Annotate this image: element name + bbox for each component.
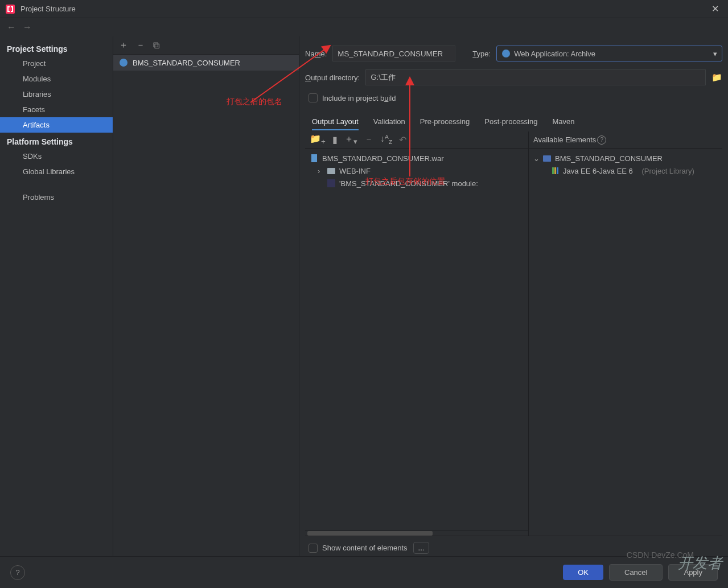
available-lib-row[interactable]: Java EE 6-Java EE 6 (Project Library) bbox=[531, 165, 720, 177]
available-module-row[interactable]: ⌄ BMS_STANDARD_CONSUMER bbox=[531, 152, 720, 165]
sidebar: Project Settings Project Modules Librari… bbox=[0, 36, 113, 556]
sidebar-item-global-libraries[interactable]: Global Libraries bbox=[0, 164, 113, 179]
svg-rect-0 bbox=[6, 5, 15, 14]
remove-icon[interactable]: － bbox=[136, 39, 145, 51]
output-toolbar: 📁+ ▮ ＋▾ － ↓ᴬz ↶ bbox=[305, 131, 528, 149]
show-content-label: Show content of elements bbox=[322, 544, 408, 552]
tabs: Output Layout Validation Pre-processing … bbox=[312, 114, 722, 130]
sidebar-item-project[interactable]: Project bbox=[0, 56, 113, 71]
include-checkbox[interactable]: Include in project build bbox=[309, 93, 722, 102]
show-content-row: Show content of elements ... bbox=[305, 536, 722, 556]
sidebar-item-sdks[interactable]: SDKs bbox=[0, 149, 113, 164]
artifact-list-item[interactable]: BMS_STANDARD_CONSUMER bbox=[113, 55, 299, 71]
name-field[interactable] bbox=[332, 46, 455, 61]
folder-icon bbox=[327, 166, 336, 175]
browse-folder-icon[interactable]: 📁 bbox=[711, 72, 722, 83]
sidebar-item-artifacts[interactable]: Artifacts bbox=[0, 117, 113, 133]
tab-post-processing[interactable]: Post-processing bbox=[484, 114, 537, 130]
ok-button[interactable]: OK bbox=[563, 565, 603, 580]
outdir-field[interactable] bbox=[365, 69, 706, 85]
cancel-button[interactable]: Cancel bbox=[609, 564, 663, 581]
caret-down-icon: ⌄ bbox=[533, 154, 539, 163]
tree-root[interactable]: BMS_STANDARD_CONSUMER.war bbox=[307, 152, 526, 165]
checkbox-icon bbox=[309, 93, 318, 102]
nav-row: ← → bbox=[0, 18, 728, 36]
show-content-dots[interactable]: ... bbox=[413, 542, 430, 554]
available-lib-suffix: (Project Library) bbox=[641, 167, 694, 175]
name-label: Name: bbox=[305, 50, 327, 58]
type-label: Type: bbox=[472, 50, 491, 58]
tree-module-label: 'BMS_STANDARD_CONSUMER' module: bbox=[339, 179, 478, 188]
tree-webinf[interactable]: › WEB-INF bbox=[307, 165, 526, 177]
available-module-label: BMS_STANDARD_CONSUMER bbox=[555, 154, 663, 163]
war-icon bbox=[310, 154, 319, 163]
sidebar-item-problems[interactable]: Problems bbox=[0, 190, 113, 205]
outdir-label: Output directory: bbox=[305, 73, 360, 82]
tab-maven[interactable]: Maven bbox=[552, 114, 574, 130]
module-icon bbox=[327, 179, 336, 188]
new-archive-icon[interactable]: ▮ bbox=[332, 134, 338, 145]
artifact-name: BMS_STANDARD_CONSUMER bbox=[133, 59, 240, 67]
sidebar-item-libraries[interactable]: Libraries bbox=[0, 87, 113, 102]
tree-module[interactable]: 'BMS_STANDARD_CONSUMER' module: bbox=[307, 177, 526, 190]
remove-item-icon[interactable]: － bbox=[364, 134, 373, 146]
checkbox-icon bbox=[309, 544, 318, 553]
sidebar-item-modules[interactable]: Modules bbox=[0, 71, 113, 87]
back-arrow-icon[interactable]: ← bbox=[7, 22, 16, 32]
list-toolbar: ＋ － ⧉ bbox=[113, 36, 299, 55]
available-tree: ⌄ BMS_STANDARD_CONSUMER Java EE 6-Java E… bbox=[529, 149, 722, 180]
output-layout-pane: 📁+ ▮ ＋▾ － ↓ᴬz ↶ BMS_STANDARD_CONSUMER.wa… bbox=[305, 131, 529, 536]
apply-button[interactable]: Apply bbox=[668, 564, 718, 581]
app-logo-icon bbox=[6, 5, 15, 14]
available-header-label: Available Elements bbox=[533, 135, 596, 144]
forward-arrow-icon[interactable]: → bbox=[23, 22, 32, 32]
horizontal-scrollbar[interactable] bbox=[305, 530, 528, 536]
tab-output-layout[interactable]: Output Layout bbox=[312, 114, 359, 130]
copy-icon[interactable]: ⧉ bbox=[153, 40, 159, 51]
tree-webinf-label: WEB-INF bbox=[339, 167, 371, 175]
tab-validation[interactable]: Validation bbox=[373, 114, 405, 130]
section-platform-settings: Platform Settings bbox=[0, 133, 113, 149]
show-content-checkbox[interactable]: Show content of elements bbox=[309, 544, 408, 553]
tree-root-label: BMS_STANDARD_CONSUMER.war bbox=[322, 154, 444, 163]
add-icon[interactable]: ＋ bbox=[119, 39, 128, 51]
sidebar-item-facets[interactable]: Facets bbox=[0, 102, 113, 117]
available-elements-pane: Available Elements ? ⌄ BMS_STANDARD_CONS… bbox=[529, 131, 722, 536]
add-copy-icon[interactable]: ＋▾ bbox=[344, 133, 357, 146]
new-folder-icon[interactable]: 📁+ bbox=[310, 133, 326, 146]
close-icon[interactable]: ✕ bbox=[708, 3, 722, 14]
chevron-down-icon: ▾ bbox=[713, 50, 717, 58]
footer: ? OK Cancel Apply bbox=[0, 556, 728, 588]
available-lib-main: Java EE 6-Java EE 6 bbox=[563, 167, 633, 175]
module-folder-icon bbox=[542, 154, 552, 163]
output-tree: BMS_STANDARD_CONSUMER.war › WEB-INF 'BMS… bbox=[305, 149, 528, 193]
tab-pre-processing[interactable]: Pre-processing bbox=[420, 114, 470, 130]
library-icon bbox=[550, 166, 560, 175]
type-value: Web Application: Archive bbox=[514, 50, 595, 58]
artifact-icon bbox=[119, 58, 128, 67]
caret-right-icon: › bbox=[318, 167, 323, 175]
available-header: Available Elements ? bbox=[529, 131, 722, 149]
artifact-list-column: ＋ － ⧉ BMS_STANDARD_CONSUMER bbox=[113, 36, 299, 556]
include-label: Include in project build bbox=[322, 94, 396, 102]
main-panel: Name: Type: Web Application: Archive ▾ O… bbox=[299, 36, 728, 556]
revert-icon[interactable]: ↶ bbox=[399, 134, 406, 145]
sort-icon[interactable]: ↓ᴬz bbox=[380, 133, 393, 146]
section-project-settings: Project Settings bbox=[0, 40, 113, 56]
titlebar: Project Structure ✕ bbox=[0, 0, 728, 18]
help-icon[interactable]: ? bbox=[10, 565, 25, 580]
web-app-icon bbox=[501, 49, 511, 58]
help-small-icon[interactable]: ? bbox=[597, 135, 606, 145]
window-title: Project Structure bbox=[20, 5, 708, 13]
type-dropdown[interactable]: Web Application: Archive ▾ bbox=[496, 46, 722, 61]
